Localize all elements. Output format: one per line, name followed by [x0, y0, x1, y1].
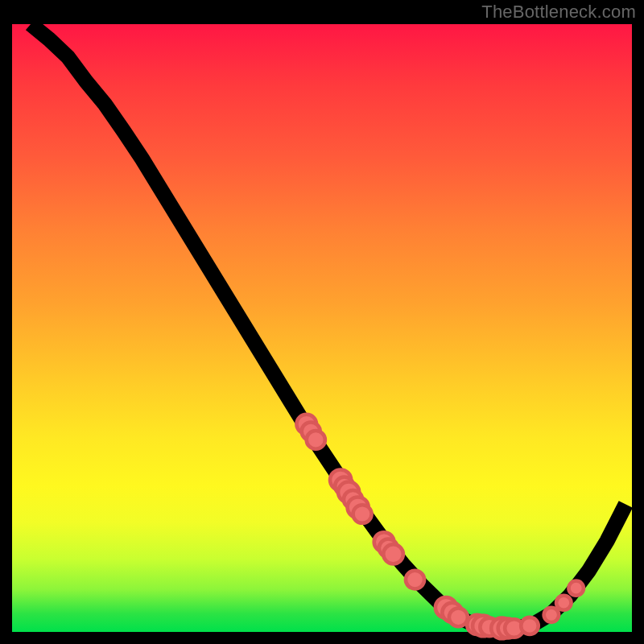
- plot-area: [12, 24, 632, 632]
- chart-container: TheBottleneck.com: [0, 0, 644, 644]
- marker-group: [296, 415, 584, 639]
- data-marker: [353, 505, 372, 523]
- data-marker: [307, 431, 325, 449]
- data-marker: [544, 608, 559, 622]
- data-marker: [449, 609, 468, 627]
- data-marker: [406, 571, 424, 589]
- data-marker: [521, 617, 539, 634]
- data-marker: [568, 581, 583, 596]
- bottleneck-curve: [31, 24, 625, 628]
- data-marker: [556, 596, 571, 610]
- chart-svg: [12, 24, 632, 632]
- data-marker: [383, 544, 403, 564]
- attribution-label: TheBottleneck.com: [481, 2, 636, 23]
